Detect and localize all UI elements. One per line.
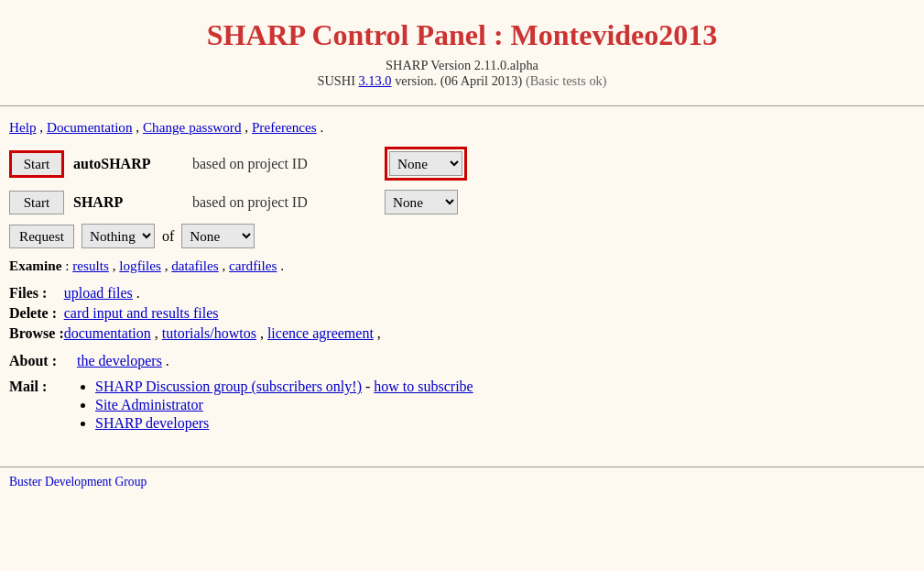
title-highlight: Montevideo2013 xyxy=(511,18,718,51)
about-label: About : xyxy=(9,353,73,369)
delete-content: card input and results files xyxy=(64,303,381,324)
examine-label: Examine xyxy=(9,258,61,273)
autosharp-row: Start autoSHARP based on project ID None xyxy=(9,147,915,181)
files-content: upload files . xyxy=(64,283,381,303)
autosharp-dropdown[interactable]: None xyxy=(389,151,462,176)
main-content: Start autoSHARP based on project ID None… xyxy=(0,141,924,448)
files-table: Files : upload files . Delete : card inp… xyxy=(9,283,381,344)
autosharp-based-on: based on project ID xyxy=(192,156,375,172)
discussion-group-link[interactable]: SHARP Discussion group (subscribers only… xyxy=(95,379,362,394)
site-administrator-link[interactable]: Site Administrator xyxy=(95,397,203,412)
basic-tests: (Basic tests ok) xyxy=(526,73,607,88)
examine-colon: : xyxy=(65,258,72,273)
mail-item-1: SHARP Discussion group (subscribers only… xyxy=(95,379,473,395)
mail-item-3: SHARP developers xyxy=(95,415,473,432)
browse-row: Browse : documentation , tutorials/howto… xyxy=(9,324,381,344)
nav-documentation[interactable]: Documentation xyxy=(47,119,133,135)
nav-preferences[interactable]: Preferences xyxy=(252,119,317,135)
mail-label: Mail : xyxy=(9,379,73,395)
nav-sep-1: , xyxy=(39,119,47,135)
page-header: SHARP Control Panel : Montevideo2013 SHA… xyxy=(0,0,924,98)
delete-link[interactable]: card input and results files xyxy=(64,305,219,321)
nav-help[interactable]: Help xyxy=(9,119,37,135)
files-label: Files : xyxy=(9,283,64,303)
autosharp-service-name: autoSHARP xyxy=(73,156,183,172)
examine-logfiles-link[interactable]: logfiles xyxy=(119,258,161,273)
autosharp-start-button[interactable]: Start xyxy=(9,150,64,178)
files-row: Files : upload files . xyxy=(9,283,381,303)
request-row: Request Nothing of None xyxy=(9,224,915,248)
sharp-based-on: based on project ID xyxy=(192,194,375,211)
mail-section: Mail : SHARP Discussion group (subscribe… xyxy=(9,379,915,434)
browse-licence-link[interactable]: licence agreement xyxy=(267,325,374,341)
mail-item-2: Site Administrator xyxy=(95,397,473,413)
browse-label: Browse : xyxy=(9,324,64,344)
browse-content: documentation , tutorials/howtos , licen… xyxy=(64,324,381,344)
delete-label: Delete : xyxy=(9,303,64,324)
version-text: SHARP Version 2.11.0.alpha xyxy=(386,58,538,72)
browse-documentation-link[interactable]: documentation xyxy=(64,325,151,341)
footer-link[interactable]: Buster Development Group xyxy=(9,475,147,489)
footer: Buster Development Group xyxy=(0,467,924,495)
browse-end: , xyxy=(377,325,381,341)
title-prefix: SHARP Control Panel : xyxy=(207,18,511,51)
nav-change-password[interactable]: Change password xyxy=(143,119,242,135)
page-title: SHARP Control Panel : Montevideo2013 xyxy=(0,18,924,52)
nav-bar: Help , Documentation , Change password ,… xyxy=(0,114,924,141)
sharp-row: Start SHARP based on project ID None xyxy=(9,190,915,214)
examine-cardfiles-link[interactable]: cardfiles xyxy=(229,258,277,273)
upload-files-link[interactable]: upload files xyxy=(64,285,133,301)
of-text: of xyxy=(162,228,174,245)
examine-end: . xyxy=(280,258,284,273)
how-to-subscribe-link[interactable]: how to subscribe xyxy=(374,379,473,394)
nav-sep-3: , xyxy=(245,119,252,135)
about-section: About : the developers . xyxy=(9,353,915,369)
browse-sep-2: , xyxy=(260,325,267,341)
header-divider xyxy=(0,105,924,106)
sushi-suffix: version. (06 April 2013) xyxy=(392,73,523,88)
sharp-start-button[interactable]: Start xyxy=(9,191,64,214)
mail-list: SHARP Discussion group (subscribers only… xyxy=(77,379,473,432)
examine-section: Examine : results , logfiles , datafiles… xyxy=(9,258,915,274)
files-end: . xyxy=(136,285,140,301)
nothing-dropdown[interactable]: Nothing xyxy=(82,224,155,248)
mail-separator: - xyxy=(365,379,374,394)
examine-results-link[interactable]: results xyxy=(72,258,109,273)
autosharp-dropdown-wrapper: None xyxy=(385,147,467,181)
examine-datafiles-link[interactable]: datafiles xyxy=(171,258,218,273)
sharp-dropdown[interactable]: None xyxy=(385,190,458,214)
browse-tutorials-link[interactable]: tutorials/howtos xyxy=(162,325,256,341)
sushi-prefix: SUSHI xyxy=(317,73,358,88)
browse-sep-1: , xyxy=(155,325,162,341)
nav-end: . xyxy=(321,119,324,135)
version-info: SHARP Version 2.11.0.alpha SUSHI 3.13.0 … xyxy=(0,58,924,89)
about-row: About : the developers . xyxy=(9,353,915,369)
nav-sep-2: , xyxy=(136,119,143,135)
sharp-service-name: SHARP xyxy=(73,194,183,211)
sharp-developers-link[interactable]: SHARP developers xyxy=(95,415,209,431)
request-button[interactable]: Request xyxy=(9,225,74,248)
about-end: . xyxy=(166,353,169,368)
sushi-link[interactable]: 3.13.0 xyxy=(359,73,392,88)
about-content: the developers . xyxy=(77,353,169,369)
files-delete-browse-section: Files : upload files . Delete : card inp… xyxy=(9,283,915,344)
mail-content: SHARP Discussion group (subscribers only… xyxy=(77,379,473,434)
examine-sep-3: , xyxy=(222,258,229,273)
request-of-dropdown[interactable]: None xyxy=(181,224,255,248)
delete-row: Delete : card input and results files xyxy=(9,303,381,324)
developers-link[interactable]: the developers xyxy=(77,353,162,368)
